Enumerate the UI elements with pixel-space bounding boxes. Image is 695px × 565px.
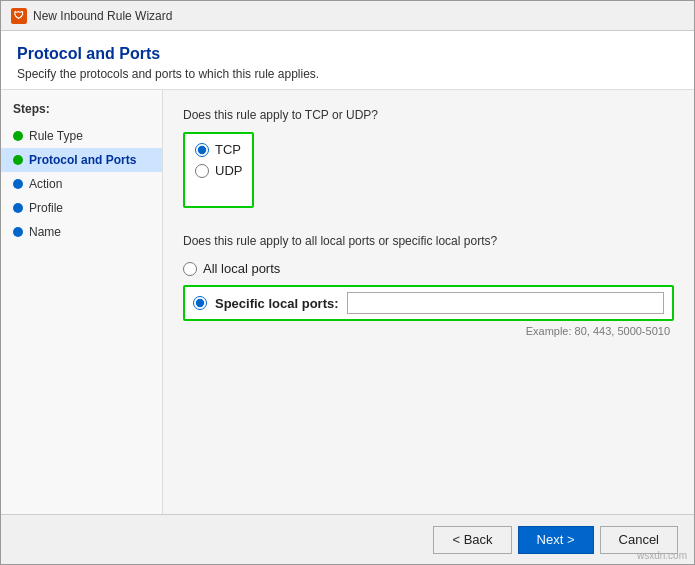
sidebar-label-rule-type: Rule Type — [29, 129, 83, 143]
page-subtitle: Specify the protocols and ports to which… — [17, 67, 678, 81]
ports-question: Does this rule apply to all local ports … — [183, 234, 674, 248]
udp-label: UDP — [215, 163, 242, 178]
sidebar-item-rule-type[interactable]: Rule Type — [1, 124, 162, 148]
main-panel: Does this rule apply to TCP or UDP? TCP … — [163, 90, 694, 514]
wizard-window: 🛡 New Inbound Rule Wizard Protocol and P… — [0, 0, 695, 565]
sidebar-label-name: Name — [29, 225, 61, 239]
dot-icon-protocol-ports — [13, 155, 23, 165]
footer: < Back Next > Cancel — [1, 514, 694, 564]
dot-icon-name — [13, 227, 23, 237]
tcp-udp-box: TCP UDP — [183, 132, 254, 208]
sidebar-label-profile: Profile — [29, 201, 63, 215]
udp-option[interactable]: UDP — [195, 163, 242, 178]
tcp-option[interactable]: TCP — [195, 142, 242, 157]
all-ports-option[interactable]: All local ports — [183, 261, 280, 276]
tcp-label: TCP — [215, 142, 241, 157]
specific-ports-radio[interactable] — [193, 296, 207, 310]
window-title: New Inbound Rule Wizard — [33, 9, 172, 23]
specific-ports-label: Specific local ports: — [215, 296, 339, 311]
page-title: Protocol and Ports — [17, 45, 678, 63]
app-icon: 🛡 — [11, 8, 27, 24]
dot-icon-profile — [13, 203, 23, 213]
ports-radio-group: All local ports Specific local ports: — [183, 258, 674, 321]
steps-label: Steps: — [1, 102, 162, 124]
page-header: Protocol and Ports Specify the protocols… — [1, 31, 694, 90]
sidebar-item-action[interactable]: Action — [1, 172, 162, 196]
tcp-udp-radio-group: TCP UDP — [195, 142, 242, 178]
sidebar-label-action: Action — [29, 177, 62, 191]
sidebar-item-name[interactable]: Name — [1, 220, 162, 244]
titlebar: 🛡 New Inbound Rule Wizard — [1, 1, 694, 31]
all-ports-radio[interactable] — [183, 262, 197, 276]
sidebar-item-profile[interactable]: Profile — [1, 196, 162, 220]
udp-radio[interactable] — [195, 164, 209, 178]
sidebar-item-protocol-ports[interactable]: Protocol and Ports — [1, 148, 162, 172]
tcp-radio[interactable] — [195, 143, 209, 157]
tcp-udp-question: Does this rule apply to TCP or UDP? — [183, 108, 674, 122]
sidebar-label-protocol-ports: Protocol and Ports — [29, 153, 136, 167]
specific-ports-row[interactable]: Specific local ports: — [183, 285, 674, 321]
all-ports-row: All local ports — [183, 258, 674, 279]
ports-section: Does this rule apply to all local ports … — [183, 234, 674, 337]
dot-icon-action — [13, 179, 23, 189]
specific-ports-input[interactable] — [347, 292, 664, 314]
ports-example: Example: 80, 443, 5000-5010 — [183, 325, 674, 337]
sidebar: Steps: Rule Type Protocol and Ports Acti… — [1, 90, 163, 514]
content-area: Steps: Rule Type Protocol and Ports Acti… — [1, 90, 694, 514]
next-button[interactable]: Next > — [518, 526, 594, 554]
back-button[interactable]: < Back — [433, 526, 511, 554]
all-ports-label: All local ports — [203, 261, 280, 276]
watermark: wsxdn.com — [637, 550, 687, 561]
dot-icon-rule-type — [13, 131, 23, 141]
